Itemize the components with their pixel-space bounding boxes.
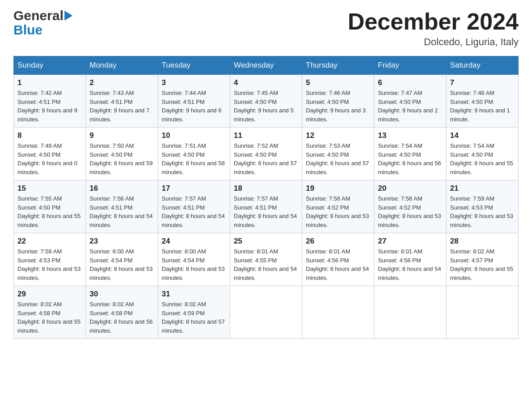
week-row-4: 22Sunrise: 7:59 AMSunset: 4:53 PMDayligh…	[14, 233, 519, 286]
day-header-sunday: Sunday	[14, 56, 86, 75]
day-number: 13	[378, 131, 442, 140]
day-info: Sunrise: 7:59 AMSunset: 4:53 PMDaylight:…	[450, 194, 515, 229]
day-number: 19	[306, 184, 370, 193]
calendar-cell: 9Sunrise: 7:50 AMSunset: 4:50 PMDaylight…	[86, 128, 158, 180]
calendar-cell: 31Sunrise: 8:02 AMSunset: 4:59 PMDayligh…	[158, 286, 230, 339]
calendar-subtitle: Dolcedo, Liguria, Italy	[348, 36, 519, 48]
day-number: 3	[162, 78, 226, 87]
calendar-cell: 24Sunrise: 8:00 AMSunset: 4:54 PMDayligh…	[158, 233, 230, 286]
calendar-cell	[374, 286, 446, 339]
calendar-cell: 28Sunrise: 8:02 AMSunset: 4:57 PMDayligh…	[446, 233, 519, 286]
week-row-5: 29Sunrise: 8:02 AMSunset: 4:58 PMDayligh…	[14, 286, 519, 339]
calendar-cell: 11Sunrise: 7:52 AMSunset: 4:50 PMDayligh…	[230, 128, 302, 180]
calendar-cell: 1Sunrise: 7:42 AMSunset: 4:51 PMDaylight…	[14, 75, 86, 128]
calendar-cell: 21Sunrise: 7:59 AMSunset: 4:53 PMDayligh…	[446, 180, 519, 233]
calendar-cell: 6Sunrise: 7:47 AMSunset: 4:50 PMDaylight…	[374, 75, 446, 128]
calendar-cell: 23Sunrise: 8:00 AMSunset: 4:54 PMDayligh…	[86, 233, 158, 286]
day-info: Sunrise: 8:01 AMSunset: 4:55 PMDaylight:…	[234, 247, 298, 282]
day-number: 5	[306, 78, 370, 87]
day-info: Sunrise: 7:58 AMSunset: 4:52 PMDaylight:…	[306, 194, 370, 229]
title-area: December 2024 Dolcedo, Liguria, Italy	[348, 9, 519, 48]
day-number: 23	[90, 237, 154, 246]
day-number: 14	[450, 131, 515, 140]
day-number: 10	[162, 131, 226, 140]
calendar-cell: 27Sunrise: 8:01 AMSunset: 4:56 PMDayligh…	[374, 233, 446, 286]
day-number: 1	[17, 78, 82, 87]
day-number: 11	[234, 131, 298, 140]
calendar-cell	[302, 286, 374, 339]
day-number: 17	[162, 184, 226, 193]
day-number: 12	[306, 131, 370, 140]
day-info: Sunrise: 7:50 AMSunset: 4:50 PMDaylight:…	[90, 141, 154, 176]
day-header-thursday: Thursday	[302, 56, 374, 75]
logo-blue-text2: Blue	[13, 22, 43, 38]
calendar-cell: 5Sunrise: 7:46 AMSunset: 4:50 PMDaylight…	[302, 75, 374, 128]
day-info: Sunrise: 8:01 AMSunset: 4:56 PMDaylight:…	[378, 247, 442, 282]
day-number: 27	[378, 237, 442, 246]
day-number: 16	[90, 184, 154, 193]
day-number: 2	[90, 78, 154, 87]
day-info: Sunrise: 7:55 AMSunset: 4:50 PMDaylight:…	[17, 194, 82, 229]
logo-general-text: General	[13, 9, 64, 22]
week-row-2: 8Sunrise: 7:49 AMSunset: 4:50 PMDaylight…	[14, 128, 519, 180]
week-row-3: 15Sunrise: 7:55 AMSunset: 4:50 PMDayligh…	[14, 180, 519, 233]
day-header-saturday: Saturday	[446, 56, 519, 75]
day-number: 30	[90, 290, 154, 299]
day-number: 7	[450, 78, 515, 87]
day-number: 26	[306, 237, 370, 246]
day-number: 21	[450, 184, 515, 193]
calendar-cell: 2Sunrise: 7:43 AMSunset: 4:51 PMDaylight…	[86, 75, 158, 128]
calendar-cell: 22Sunrise: 7:59 AMSunset: 4:53 PMDayligh…	[14, 233, 86, 286]
day-number: 25	[234, 237, 298, 246]
day-number: 24	[162, 237, 226, 246]
day-number: 9	[90, 131, 154, 140]
calendar-cell: 30Sunrise: 8:02 AMSunset: 4:58 PMDayligh…	[86, 286, 158, 339]
day-info: Sunrise: 7:46 AMSunset: 4:50 PMDaylight:…	[306, 89, 370, 124]
day-info: Sunrise: 7:42 AMSunset: 4:51 PMDaylight:…	[17, 89, 82, 124]
day-number: 31	[162, 290, 226, 299]
logo-arrow-icon	[64, 11, 73, 21]
calendar-cell	[446, 286, 519, 339]
day-number: 15	[17, 184, 82, 193]
day-number: 8	[17, 131, 82, 140]
calendar-cell: 15Sunrise: 7:55 AMSunset: 4:50 PMDayligh…	[14, 180, 86, 233]
calendar-cell: 19Sunrise: 7:58 AMSunset: 4:52 PMDayligh…	[302, 180, 374, 233]
day-info: Sunrise: 8:01 AMSunset: 4:56 PMDaylight:…	[306, 247, 370, 282]
day-info: Sunrise: 7:47 AMSunset: 4:50 PMDaylight:…	[378, 89, 442, 124]
day-header-tuesday: Tuesday	[158, 56, 230, 75]
day-number: 18	[234, 184, 298, 193]
calendar-cell: 7Sunrise: 7:48 AMSunset: 4:50 PMDaylight…	[446, 75, 519, 128]
calendar-title: December 2024	[348, 9, 519, 34]
day-info: Sunrise: 7:56 AMSunset: 4:51 PMDaylight:…	[90, 194, 154, 229]
day-info: Sunrise: 7:54 AMSunset: 4:50 PMDaylight:…	[378, 141, 442, 176]
svg-marker-0	[64, 11, 73, 21]
day-info: Sunrise: 8:00 AMSunset: 4:54 PMDaylight:…	[162, 247, 226, 282]
page-header: General Blue December 2024 Dolcedo, Ligu…	[13, 9, 519, 48]
day-info: Sunrise: 7:53 AMSunset: 4:50 PMDaylight:…	[306, 141, 370, 176]
day-number: 29	[17, 290, 82, 299]
day-info: Sunrise: 7:52 AMSunset: 4:50 PMDaylight:…	[234, 141, 298, 176]
calendar-cell: 10Sunrise: 7:51 AMSunset: 4:50 PMDayligh…	[158, 128, 230, 180]
header-row: SundayMondayTuesdayWednesdayThursdayFrid…	[14, 56, 519, 75]
day-header-wednesday: Wednesday	[230, 56, 302, 75]
day-info: Sunrise: 7:51 AMSunset: 4:50 PMDaylight:…	[162, 141, 226, 176]
calendar-cell: 17Sunrise: 7:57 AMSunset: 4:51 PMDayligh…	[158, 180, 230, 233]
day-number: 20	[378, 184, 442, 193]
day-header-friday: Friday	[374, 56, 446, 75]
day-info: Sunrise: 7:57 AMSunset: 4:51 PMDaylight:…	[234, 194, 298, 229]
day-info: Sunrise: 7:58 AMSunset: 4:52 PMDaylight:…	[378, 194, 442, 229]
logo: General Blue	[13, 9, 73, 38]
day-info: Sunrise: 8:02 AMSunset: 4:58 PMDaylight:…	[17, 300, 82, 335]
calendar-cell: 13Sunrise: 7:54 AMSunset: 4:50 PMDayligh…	[374, 128, 446, 180]
calendar-cell: 29Sunrise: 8:02 AMSunset: 4:58 PMDayligh…	[14, 286, 86, 339]
calendar-cell	[230, 286, 302, 339]
week-row-1: 1Sunrise: 7:42 AMSunset: 4:51 PMDaylight…	[14, 75, 519, 128]
calendar-cell: 16Sunrise: 7:56 AMSunset: 4:51 PMDayligh…	[86, 180, 158, 233]
day-number: 6	[378, 78, 442, 87]
calendar-cell: 4Sunrise: 7:45 AMSunset: 4:50 PMDaylight…	[230, 75, 302, 128]
day-info: Sunrise: 7:49 AMSunset: 4:50 PMDaylight:…	[17, 141, 82, 176]
calendar-cell: 18Sunrise: 7:57 AMSunset: 4:51 PMDayligh…	[230, 180, 302, 233]
day-info: Sunrise: 7:54 AMSunset: 4:50 PMDaylight:…	[450, 141, 515, 176]
calendar-cell: 26Sunrise: 8:01 AMSunset: 4:56 PMDayligh…	[302, 233, 374, 286]
day-info: Sunrise: 8:02 AMSunset: 4:58 PMDaylight:…	[90, 300, 154, 335]
